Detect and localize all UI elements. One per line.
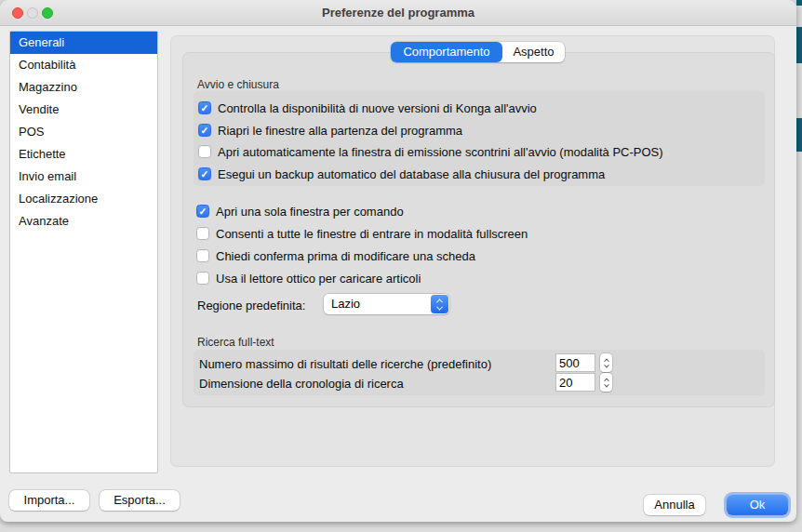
tab-bar: Comportamento Aspetto xyxy=(391,42,565,62)
checkbox-label: Controlla la disponibilità di nuove vers… xyxy=(218,101,537,115)
checkbox-label: Consenti a tutte le finestre di entrare … xyxy=(216,227,528,241)
checkbox-check-updates[interactable]: ✓ xyxy=(198,101,211,114)
checkbox-confirm-edit[interactable]: ✓ xyxy=(196,249,209,262)
sidebar-item-pos[interactable]: POS xyxy=(10,121,157,143)
checkbox-row: ✓ Usa il lettore ottico per caricare art… xyxy=(196,270,421,286)
import-button[interactable]: Importa... xyxy=(9,490,89,511)
sidebar-item-magazzino[interactable]: Magazzino xyxy=(10,76,157,99)
checkbox-label: Chiedi conferma prima di modificare una … xyxy=(216,249,475,263)
sidebar-item-invio-email[interactable]: Invio email xyxy=(10,166,157,188)
history-size-input[interactable] xyxy=(555,373,595,392)
preferences-window: Preferenze del programma Generali Contab… xyxy=(0,0,796,522)
category-list: Generali Contabilità Magazzino Vendite P… xyxy=(9,31,158,473)
sidebar-item-generali[interactable]: Generali xyxy=(10,32,157,54)
title-bar: Preferenze del programma xyxy=(0,0,796,26)
max-results-stepper[interactable] xyxy=(600,353,612,372)
sidebar-item-vendite[interactable]: Vendite xyxy=(10,99,157,121)
checkbox-label: Usa il lettore ottico per caricare artic… xyxy=(216,272,421,286)
popup-chevrons-icon xyxy=(431,295,448,313)
checkbox-row: ✓ Esegui un backup automatico del databa… xyxy=(198,166,605,182)
checkbox-row: ✓ Apri una sola finestra per comando xyxy=(196,203,404,219)
background-window-edge xyxy=(796,27,802,63)
ok-button[interactable]: Ok xyxy=(727,495,788,515)
checkbox-fullscreen[interactable]: ✓ xyxy=(196,227,209,240)
export-button[interactable]: Esporta... xyxy=(100,490,180,511)
region-popup[interactable]: Lazio xyxy=(324,294,449,314)
sidebar-item-localizzazione[interactable]: Localizzazione xyxy=(10,188,157,210)
max-results-label: Numero massimo di risultati delle ricerc… xyxy=(199,357,491,371)
sidebar-item-contabilita[interactable]: Contabilità xyxy=(10,54,157,76)
checkbox-barcode-reader[interactable]: ✓ xyxy=(196,272,209,285)
minimize-button[interactable] xyxy=(27,7,38,19)
history-size-stepper[interactable] xyxy=(600,373,612,392)
cancel-button[interactable]: Annulla xyxy=(644,495,705,515)
section-title-avvio: Avvio e chiusura xyxy=(197,78,279,91)
checkbox-label: Apri automaticamente la finestra di emis… xyxy=(218,145,663,159)
max-results-input[interactable] xyxy=(555,353,595,372)
section-title-ricerca: Ricerca full-text xyxy=(197,336,274,349)
checkmark-icon: ✓ xyxy=(197,206,208,217)
checkbox-row: ✓ Controlla la disponibilità di nuove ve… xyxy=(198,100,537,116)
checkbox-label: Esegui un backup automatico del database… xyxy=(218,167,605,181)
checkbox-row: ✓ Riapri le finestre alla partenza del p… xyxy=(198,122,462,139)
checkbox-single-window[interactable]: ✓ xyxy=(196,205,209,218)
checkbox-auto-backup[interactable]: ✓ xyxy=(198,167,211,180)
region-popup-value: Lazio xyxy=(331,294,360,314)
checkbox-label: Apri una sola finestra per comando xyxy=(216,205,404,219)
checkbox-open-receipt-window[interactable]: ✓ xyxy=(198,145,211,158)
tab-comportamento[interactable]: Comportamento xyxy=(391,42,502,62)
history-size-label: Dimensione della cronologia di ricerca xyxy=(199,377,404,391)
checkmark-icon: ✓ xyxy=(199,125,210,136)
checkbox-reopen-windows[interactable]: ✓ xyxy=(198,124,211,137)
stepper-down-icon xyxy=(604,362,609,367)
sidebar-item-etichette[interactable]: Etichette xyxy=(10,143,157,166)
sidebar-item-avanzate[interactable]: Avanzate xyxy=(10,210,157,233)
checkbox-row: ✓ Consenti a tutte le finestre di entrar… xyxy=(196,225,528,242)
checkbox-label: Riapri le finestre alla partenza del pro… xyxy=(218,124,462,138)
checkmark-icon: ✓ xyxy=(199,102,210,113)
background-window-edge xyxy=(796,0,802,6)
region-label: Regione predefinita: xyxy=(197,299,305,313)
background-window-edge xyxy=(796,118,802,152)
tab-aspetto[interactable]: Aspetto xyxy=(502,42,565,62)
checkbox-row: ✓ Apri automaticamente la finestra di em… xyxy=(198,143,663,160)
close-button[interactable] xyxy=(12,7,23,19)
stepper-down-icon xyxy=(604,381,609,387)
checkmark-icon: ✓ xyxy=(199,168,210,180)
zoom-button[interactable] xyxy=(42,7,53,19)
window-title: Preferenze del programma xyxy=(0,0,796,26)
checkbox-row: ✓ Chiedi conferma prima di modificare un… xyxy=(196,247,475,264)
